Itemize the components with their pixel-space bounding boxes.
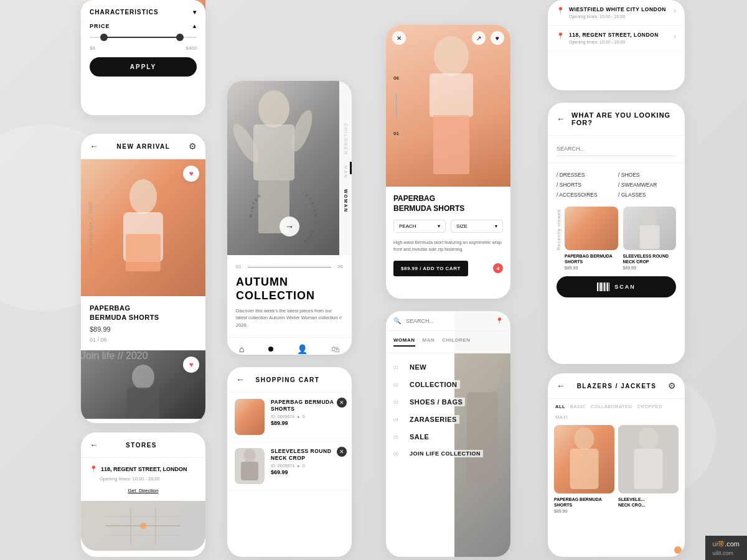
nav-man[interactable]: MAN [344,166,348,179]
tab-woman[interactable]: WOMAN [393,337,415,347]
recently-image-1 [565,207,618,250]
cat-dresses[interactable]: / DRESSES [557,172,614,178]
cart-card: ← SHOPPING CART PAPERBAG BERMUDASHORTS I… [227,367,352,557]
menu-item-shoes[interactable]: 03 SHOES / BAGS [386,393,510,411]
cart-remove-1[interactable]: ✕ [337,398,347,408]
menu-card: 🔍 📍 WOMAN MAN CHILDREN 01 NEW 02 COLLECT… [386,311,510,557]
filter-card: CHARACTERISTICS ▾ PRICE ▴ $8 $400 APPLY [81,0,205,115]
store-item-2: 📍 118, REGENT STREET, LONDON Opening tim… [548,26,685,51]
tag-all[interactable]: ALL [555,404,565,409]
svg-rect-33 [609,282,609,291]
store-hours-1: Opening times: 10:00 - 20:00 [569,14,666,19]
scan-button[interactable]: SCAN [557,276,676,297]
store-item-1: 📍 WIESTFIELD WHITE CITY LONDON Opening t… [548,0,685,26]
store-address: 118, REGENT STREET, LONDON [101,466,187,472]
cart-item-price-1: $89.99 [271,420,344,426]
collection-description: Discover this week's the latest pieces f… [236,307,343,329]
nav-profile-2[interactable]: 👤 [297,344,308,354]
blazer-products-grid: PAPERBAG BERMUDA SHORTS $89.99 SLEEVELE.… [548,425,685,520]
cat-accessoires[interactable]: / ACCESSOIRES [557,192,614,198]
cat-glasses[interactable]: / GLASSES [618,192,676,198]
cat-shoes[interactable]: / SHOES [618,172,676,178]
svg-rect-37 [634,449,663,489]
apply-button[interactable]: APPLY [90,57,197,77]
product-name-1: PAPERBAGBERMUDA SHORTS [90,304,197,323]
tag-collaborated[interactable]: COLLABORATED [591,404,632,409]
cart-item-image-1 [235,399,265,435]
recently-item-2: SLEEVELESS ROUND NECK CROP $69.99 [623,207,677,270]
arrow-button[interactable]: → [280,217,299,236]
map-placeholder [81,501,205,551]
menu-item-collection[interactable]: 02 COLLECTION [386,376,510,393]
product-image-1: New collection // 2020 ♥ [81,159,205,296]
cart-back-button[interactable]: ← [236,375,245,385]
get-direction-link[interactable]: Get_Direction [90,488,197,493]
blazers-back-button[interactable]: ← [557,381,565,391]
nav-woman[interactable]: WOMAN [344,189,348,213]
svg-rect-12 [253,124,294,180]
blazer-filter-tags: ALL BASIC COLLABORATED CROPPED MAXI [548,399,685,425]
tag-basic[interactable]: BASIC [570,404,586,409]
svg-rect-31 [606,282,606,291]
svg-point-3 [132,365,154,390]
bottom-nav-1: ⌂ 👤 🛍 [81,419,205,423]
collection-image: CHILDREN MAN WOMAN WINTER WOMAN COLLECTI… [227,81,352,255]
watermark: ui带.com uil8.com [705,536,747,560]
svg-rect-28 [600,282,602,291]
menu-item-new[interactable]: 01 NEW [386,358,510,376]
collection-card: CHILDREN MAN WOMAN WINTER WOMAN COLLECTI… [227,81,352,355]
size-selector[interactable]: SIZE ▾ [451,220,503,233]
nav-dot[interactable] [268,347,273,352]
search-input[interactable] [406,318,491,324]
chevron-store-1[interactable]: › [674,6,676,15]
blazer-item-1: PAPERBAG BERMUDA SHORTS $89.99 [554,425,614,513]
tag-maxi[interactable]: MAXI [555,414,568,420]
svg-rect-20 [430,73,473,117]
blazer-price-1: $89.99 [554,509,614,513]
blazer-image-1 [554,425,614,493]
svg-point-34 [575,427,594,450]
cat-sweamwear[interactable]: / SWEAMWEAR [618,182,676,188]
svg-point-19 [434,36,469,76]
card-title: NEW ARRIVAL [117,143,171,150]
color-selector[interactable]: PEACH ▾ [393,220,446,233]
price-label: PRICE [90,23,110,29]
back-button[interactable]: ← [90,141,98,151]
cart-item-2: SLEEVELESS ROUNDNECK CROP ID: 0009674 ● … [227,442,352,491]
tag-cropped[interactable]: CROPPED [637,404,662,409]
progress-indicator: 01 06 [236,264,343,269]
search-back-button[interactable]: ← [557,114,565,124]
menu-item-zaraseries[interactable]: 04 ZARASERIES [386,411,510,428]
cart-item-name-2: SLEEVELESS ROUNDNECK CROP [271,448,344,462]
stores-back-button[interactable]: ← [90,440,98,450]
tab-man[interactable]: MAN [423,337,435,347]
product-detail-card: ✕ ↗ ♥ 06 01 PAPERBAGBERMUDA SHORTS PEACH… [386,25,510,299]
svg-point-17 [243,449,256,462]
cart-count-badge: 4 [493,263,503,273]
blazers-filter-icon[interactable]: ⚙ [668,381,676,391]
nav-home-2[interactable]: ⌂ [239,344,244,354]
cat-shorts[interactable]: / SHORTS [557,182,614,188]
svg-rect-4 [127,388,159,419]
svg-rect-32 [607,282,608,291]
nav-children[interactable]: CHILDREN [344,123,348,156]
tab-children[interactable]: CHILDREN [442,337,470,347]
detail-product-name: PAPERBAGBERMUDA SHORTS [393,194,503,213]
menu-item-sale[interactable]: 05 SALE [386,428,510,446]
add-to-cart-button[interactable]: $89.99 / ADD TO CART [393,261,468,276]
search-icon: 🔍 [393,317,401,324]
wishlist-button-2[interactable]: ♥ [183,357,199,373]
cart-item-price-2: $69.99 [271,469,344,475]
filter-button[interactable]: ⚙ [189,141,197,151]
search-card: ← WHAT ARE YOU LOOKING FOR? / DRESSES / … [548,103,685,364]
chevron-store-2[interactable]: › [674,32,676,40]
detail-image: ✕ ↗ ♥ 06 01 [386,25,510,187]
store-name-1: WIESTFIELD WHITE CITY LONDON [569,6,666,12]
nav-bag-2[interactable]: 🛍 [331,344,340,354]
wishlist-button-1[interactable]: ♥ [183,166,199,182]
cart-remove-2[interactable]: ✕ [337,447,347,457]
menu-item-join-life[interactable]: 06 JOIN LIFE COLLECTION [386,446,510,462]
price-slider[interactable] [90,37,197,38]
main-search-input[interactable] [557,146,676,156]
characteristics-header: CHARACTERISTICS ▾ [90,9,197,16]
